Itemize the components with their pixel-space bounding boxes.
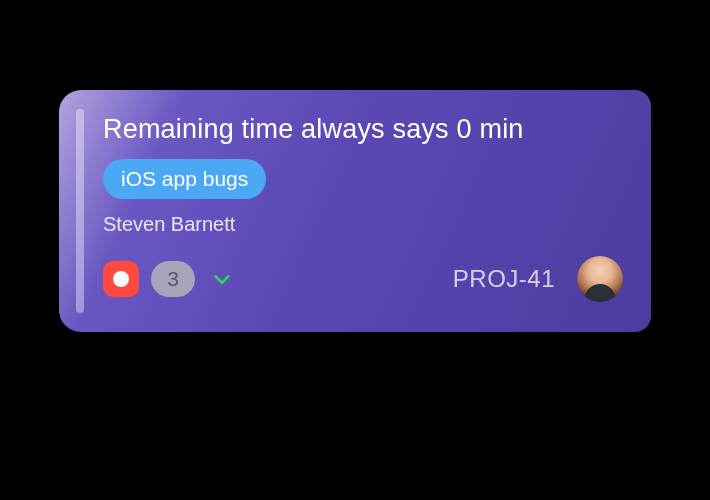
- issue-author: Steven Barnett: [103, 213, 623, 236]
- issue-card[interactable]: Remaining time always says 0 min iOS app…: [59, 90, 651, 332]
- record-icon: [113, 271, 129, 287]
- accent-bar: [76, 109, 84, 313]
- assignee-avatar[interactable]: [577, 256, 623, 302]
- record-button[interactable]: [103, 261, 139, 297]
- count-badge[interactable]: 3: [151, 261, 195, 297]
- project-id: PROJ-41: [453, 265, 555, 293]
- chevron-down-icon: [211, 268, 233, 290]
- issue-title: Remaining time always says 0 min: [103, 114, 623, 145]
- issue-footer: 3 PROJ-41: [103, 256, 623, 302]
- expand-toggle[interactable]: [209, 266, 235, 292]
- issue-tag[interactable]: iOS app bugs: [103, 159, 266, 199]
